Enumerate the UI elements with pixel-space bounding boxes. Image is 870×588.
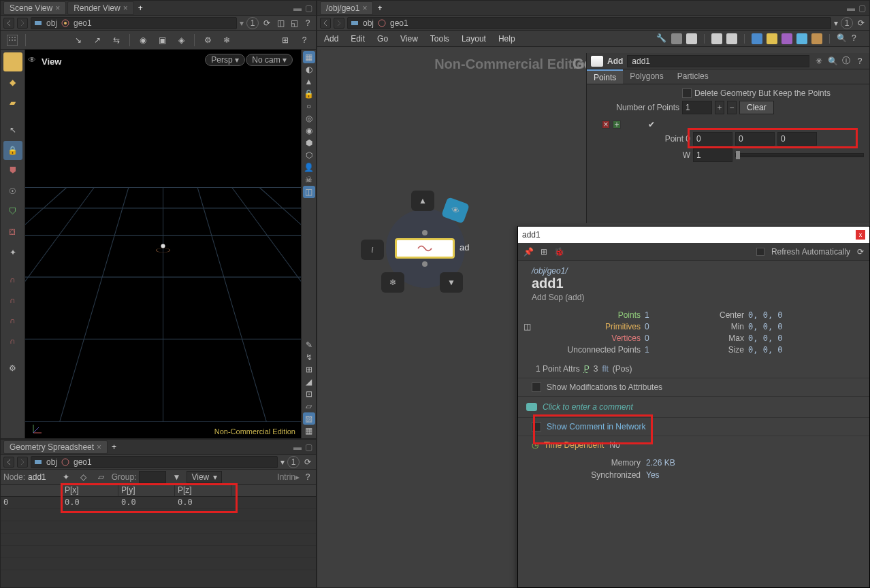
axes-icon[interactable]: ✦	[3, 243, 22, 262]
menu-edit[interactable]: Edit	[351, 34, 365, 44]
ring-info-button[interactable]: i	[361, 240, 384, 260]
close-icon[interactable]: ×	[123, 3, 128, 13]
r6-icon[interactable]: ◎	[303, 112, 315, 125]
tab-objgeo[interactable]: /obj/geo1×	[320, 1, 373, 15]
help-icon[interactable]: ?	[297, 33, 312, 48]
r12-icon[interactable]: ◫	[303, 186, 315, 198]
r14-icon[interactable]: ↯	[303, 351, 315, 363]
r2-icon[interactable]: ◐	[303, 63, 315, 76]
pin-count[interactable]: 1	[841, 17, 853, 29]
crumb-obj[interactable]: obj	[46, 18, 57, 28]
viewport[interactable]: ◆ ▰ ↖ 🔒 ⛊ ☉ ⛉ ⛋ ✦ ∩ ∩ ∩ ∩ ⚙	[1, 50, 316, 438]
breadcrumb[interactable]: obj geo1	[347, 17, 831, 29]
sync-icon[interactable]: ⟳	[261, 18, 272, 29]
gear-icon[interactable]: ⚙	[200, 33, 215, 48]
viewport-3d[interactable]: 👁 View Persp ▾ No cam ▾ Non-Commercial E…	[25, 50, 301, 438]
col-index[interactable]	[1, 485, 62, 496]
gear-icon[interactable]: ✳	[813, 56, 824, 67]
nav-back-button[interactable]	[3, 457, 14, 468]
stack-icon[interactable]: ◱	[289, 18, 300, 29]
new-tab-button[interactable]: +	[135, 3, 146, 13]
r11-icon[interactable]: ☠	[303, 174, 315, 186]
magnet1-icon[interactable]: ∩	[3, 270, 22, 289]
eye-icon[interactable]: 👁	[28, 55, 36, 65]
tab-polygons[interactable]: Polygons	[623, 69, 670, 84]
pin-count[interactable]: 1	[287, 456, 300, 468]
intrinsics-dropdown[interactable]: Intrin▸	[277, 472, 300, 482]
tab-geometry-spreadsheet[interactable]: Geometry Spreadsheet×	[3, 440, 108, 454]
group-input[interactable]	[139, 471, 166, 483]
table-row[interactable]: 0 0.0 0.0 0.0	[1, 497, 316, 509]
help-icon[interactable]: ?	[854, 56, 865, 67]
minimize-icon[interactable]: ▬	[293, 3, 302, 13]
remove-point-button[interactable]: ×	[602, 120, 610, 129]
r19-icon[interactable]: ▨	[303, 412, 315, 425]
search-icon[interactable]: 🔍	[837, 33, 848, 44]
refresh-checkbox[interactable]	[756, 248, 764, 256]
tab-points[interactable]: Points	[587, 69, 623, 84]
crumb-geo[interactable]: geo1	[74, 457, 92, 467]
node-output[interactable]	[422, 261, 428, 267]
pin-count[interactable]: 1	[246, 17, 259, 29]
verts-icon[interactable]: ◇	[76, 470, 91, 485]
sync-icon[interactable]: ⟳	[302, 457, 313, 468]
comment-area[interactable]: Click to enter a comment	[518, 396, 869, 417]
arrow2-icon[interactable]: ↗	[90, 33, 105, 48]
snow-icon[interactable]: ❄	[219, 33, 234, 48]
crumb-obj[interactable]: obj	[46, 457, 57, 467]
ring-up-button[interactable]: ▲	[411, 191, 434, 211]
add-point-button[interactable]: +	[613, 120, 621, 129]
breadcrumb[interactable]: obj geo1	[31, 456, 278, 468]
w-input[interactable]	[693, 148, 732, 162]
tab-particles[interactable]: Particles	[671, 69, 715, 84]
lock2-icon[interactable]: 🔒	[303, 88, 315, 100]
col-py[interactable]: P[y]	[118, 485, 175, 496]
r20-icon[interactable]: ▦	[303, 425, 315, 437]
perspective-dropdown[interactable]: Persp ▾	[205, 54, 245, 66]
sync-icon[interactable]: ⟳	[856, 18, 867, 29]
arrow3-icon[interactable]: ⇆	[109, 33, 124, 48]
new-tab-button[interactable]: +	[109, 442, 119, 452]
tab-render-view[interactable]: Render View×	[67, 1, 134, 15]
r16-icon[interactable]: ◢	[303, 376, 315, 388]
figure3-icon[interactable]: ⛉	[3, 202, 22, 221]
pin-icon[interactable]: 📌	[523, 247, 534, 257]
grid-menu-icon[interactable]	[5, 33, 20, 48]
nav-back-button[interactable]	[320, 18, 331, 29]
prims-icon[interactable]: ▱	[94, 470, 109, 485]
minimize-icon[interactable]: ▬	[846, 3, 856, 13]
menu-tools[interactable]: Tools	[430, 34, 449, 44]
prim-diamond-icon[interactable]: ◆	[3, 73, 22, 92]
bug-icon[interactable]: 🐞	[554, 247, 564, 257]
ring-template-button[interactable]: ▼	[440, 272, 463, 293]
tab-scene-view[interactable]: Scene View×	[3, 1, 66, 15]
npoints-plus[interactable]: +	[715, 101, 724, 114]
help-icon[interactable]: ?	[302, 18, 313, 29]
npoints-minus[interactable]: −	[727, 101, 737, 114]
point-enable-checkbox[interactable]: ✔	[648, 120, 658, 129]
chevron-down-icon[interactable]: ▾	[834, 18, 838, 28]
nav-fwd-button[interactable]	[17, 18, 28, 29]
figure1-icon[interactable]: ⛊	[3, 161, 22, 180]
gear-cog-icon[interactable]: ⚙	[3, 359, 22, 378]
nav-fwd-button[interactable]	[17, 457, 28, 468]
list2-icon[interactable]	[686, 33, 697, 44]
show-mods-checkbox[interactable]	[532, 382, 541, 392]
arrow1-icon[interactable]: ↘	[71, 33, 86, 48]
op-name-input[interactable]	[627, 55, 809, 67]
prim-box-icon[interactable]	[3, 52, 22, 71]
figure4-icon[interactable]: ⛋	[3, 223, 22, 242]
delete-geo-checkbox[interactable]	[682, 88, 692, 98]
grid2-icon[interactable]	[726, 33, 737, 44]
refresh-icon[interactable]: ⟳	[857, 247, 864, 257]
point0-x-input[interactable]	[693, 132, 732, 146]
agent-icon[interactable]: ◉	[135, 33, 150, 48]
node-input[interactable]	[422, 230, 428, 235]
minimize-icon[interactable]: ▬	[293, 442, 302, 452]
c2-icon[interactable]	[767, 33, 777, 44]
point0-z-input[interactable]	[777, 132, 817, 146]
points-icon[interactable]: ✦	[59, 470, 74, 485]
col-pz[interactable]: P[z]	[175, 485, 231, 496]
nav-fwd-button[interactable]	[334, 18, 344, 29]
node-add1[interactable]	[395, 238, 455, 259]
